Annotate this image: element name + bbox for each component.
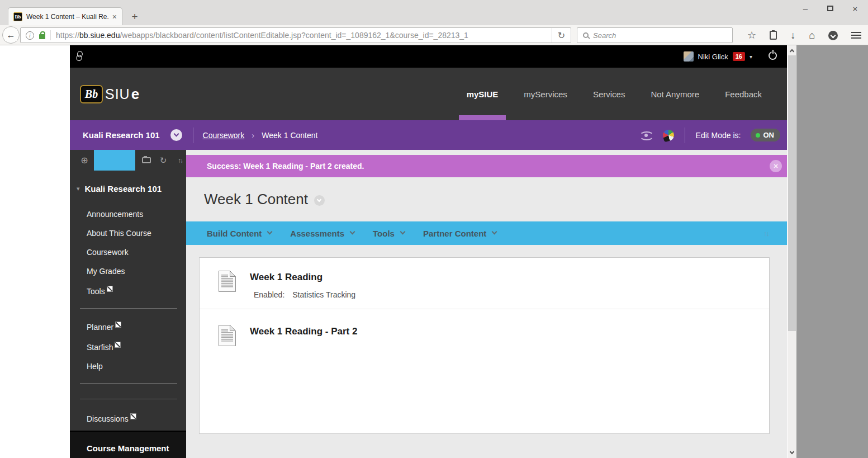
url-text[interactable]: https://bb.siue.edu/webapps/blackboard/c… <box>56 31 552 40</box>
nav-tab-not-anymore[interactable]: Not Anymore <box>638 68 712 120</box>
new-tab-button[interactable]: + <box>126 10 143 24</box>
content-item: Week 1 Reading Enabled: Statistics Track… <box>200 258 769 309</box>
success-alert-text: Success: Week 1 Reading - Part 2 created… <box>207 162 364 171</box>
course-name: Kuali Research 101 <box>83 130 160 140</box>
theme-palette-icon[interactable] <box>661 128 675 141</box>
page-title-chevron-icon[interactable] <box>314 195 325 206</box>
search-placeholder: Search <box>593 31 616 40</box>
window-close-icon[interactable]: × <box>850 4 860 13</box>
reorder-content-icon[interactable]: ↑↓ <box>763 229 769 238</box>
edit-mode-state: ON <box>763 131 775 139</box>
refresh-icon[interactable]: ↻ <box>158 150 169 171</box>
course-management-title: Course Management <box>87 443 169 453</box>
reload-icon[interactable]: ↻ <box>552 28 571 43</box>
course-management-panel[interactable]: Course Management <box>70 431 186 458</box>
sidebar-divider <box>80 383 177 384</box>
sidebar-item-planner[interactable]: Planner <box>70 317 186 337</box>
utility-bar: Niki Glick 16 ▾ <box>70 45 787 68</box>
sidebar-item-about-this-course[interactable]: About This Course <box>70 224 186 243</box>
window-maximize-icon[interactable] <box>827 6 833 11</box>
sidebar-course-header[interactable]: ▾ Kuali Research 101 <box>70 171 186 197</box>
screen: Bb Week 1 Content – Kuali Re... × + – × … <box>0 0 868 458</box>
course-bar: Kuali Research 101 Coursework › Week 1 C… <box>70 120 787 150</box>
sidebar-course-title: Kuali Research 101 <box>85 184 162 193</box>
url-divider <box>50 30 51 40</box>
content-list: Week 1 Reading Enabled: Statistics Track… <box>199 257 770 434</box>
chevron-down-icon <box>400 229 406 235</box>
content-item: Week 1 Reading - Part 2 <box>200 309 769 346</box>
build-content-button[interactable]: Build Content <box>207 229 272 238</box>
brand-bar: Bb SIU e mySIUE myServices Services Not … <box>70 68 787 120</box>
sidebar-item-announcements[interactable]: Announcements <box>70 205 186 224</box>
partner-content-button[interactable]: Partner Content <box>423 229 496 238</box>
user-caret-down-icon: ▾ <box>750 54 752 60</box>
nav-tab-myservices[interactable]: myServices <box>511 68 580 120</box>
tab-close-icon[interactable]: × <box>112 13 117 21</box>
page-scrollbar[interactable] <box>788 45 796 458</box>
logo-siu-text: SIU <box>105 86 130 102</box>
sidebar-item-coursework[interactable]: Coursework <box>70 243 186 262</box>
sidebar-item-help[interactable]: Help <box>70 357 186 376</box>
home-icon[interactable]: ⌂ <box>809 30 815 40</box>
nav-tab-services[interactable]: Services <box>580 68 638 120</box>
student-preview-icon[interactable] <box>639 130 653 141</box>
https-lock-icon[interactable] <box>39 34 45 39</box>
document-icon <box>219 271 236 292</box>
reading-list-icon[interactable] <box>770 31 777 40</box>
browser-tab[interactable]: Bb Week 1 Content – Kuali Re... × <box>8 7 122 25</box>
nav-tab-mysiue[interactable]: mySIUE <box>454 68 511 120</box>
notification-badge: 16 <box>733 52 745 61</box>
assessments-button[interactable]: Assessments <box>290 229 354 238</box>
hidden-from-students-icon <box>115 322 121 328</box>
coursebar-divider <box>193 128 193 143</box>
alert-close-icon[interactable]: × <box>770 160 782 172</box>
add-menu-item-icon[interactable]: ⊕ <box>79 150 90 171</box>
sidebar-item-my-grades[interactable]: My Grades <box>70 262 186 281</box>
sidebar-item-tools[interactable]: Tools <box>70 281 186 301</box>
tab-favicon-bb: Bb <box>13 12 22 21</box>
scrollbar-up-icon[interactable] <box>788 46 796 55</box>
breadcrumb-coursework-link[interactable]: Coursework <box>203 131 245 140</box>
main-content: Success: Week 1 Reading - Part 2 created… <box>186 150 787 458</box>
page-info-icon[interactable]: i <box>26 31 34 40</box>
meta-label: Enabled: <box>254 290 284 299</box>
content-item-title[interactable]: Week 1 Reading <box>250 272 355 283</box>
scrollbar-down-icon[interactable] <box>788 448 796 457</box>
logout-power-icon[interactable] <box>769 51 777 60</box>
course-menu-chevron-icon[interactable] <box>170 129 182 141</box>
page-viewport: Niki Glick 16 ▾ Bb SIU e mySIUE myServic… <box>0 45 868 458</box>
sidebar-item-discussions[interactable]: Discussions <box>70 399 186 428</box>
view-toggle-highlight[interactable] <box>94 150 135 171</box>
document-icon <box>219 325 236 346</box>
user-avatar <box>684 51 694 62</box>
sidebar-toolbar: ⊕ ↻ ↑↓ <box>70 150 186 171</box>
edit-mode-label: Edit Mode is: <box>696 131 741 140</box>
reorder-menu-icon[interactable]: ↑↓ <box>174 150 186 171</box>
sidebar-item-starfish[interactable]: Starfish <box>70 337 186 357</box>
course-sidebar: ⊕ ↻ ↑↓ ▾ Kuali Research 101 Announcement… <box>70 150 186 458</box>
quick-links-icon[interactable] <box>74 50 83 63</box>
page-title-row: Week 1 Content <box>186 177 787 221</box>
scrollbar-thumb[interactable] <box>788 55 796 331</box>
content-item-title[interactable]: Week 1 Reading - Part 2 <box>250 326 357 337</box>
downloads-icon[interactable]: ↓ <box>790 30 795 40</box>
back-button[interactable]: ← <box>2 26 20 44</box>
blackboard-page: Niki Glick 16 ▾ Bb SIU e mySIUE myServic… <box>70 45 787 458</box>
coursebar-divider <box>685 128 685 143</box>
menu-hamburger-icon[interactable] <box>851 32 861 39</box>
coursebar-right: Edit Mode is: ON <box>639 120 780 150</box>
bookmark-star-icon[interactable]: ☆ <box>747 30 756 40</box>
edit-mode-toggle[interactable]: ON <box>751 129 781 141</box>
hidden-from-students-icon <box>115 342 121 348</box>
url-bar[interactable]: i https://bb.siue.edu/webapps/blackboard… <box>20 27 571 43</box>
pocket-icon[interactable] <box>828 31 838 40</box>
window-minimize-icon[interactable]: – <box>800 4 810 13</box>
user-menu[interactable]: Niki Glick 16 ▾ <box>684 45 752 68</box>
tools-button[interactable]: Tools <box>373 229 405 238</box>
folder-view-icon[interactable] <box>141 150 152 171</box>
nav-tab-feedback[interactable]: Feedback <box>712 68 775 120</box>
chevron-down-icon <box>267 229 273 235</box>
browser-titlebar: Bb Week 1 Content – Kuali Re... × + – × <box>0 0 868 25</box>
page-title: Week 1 Content <box>204 191 308 208</box>
browser-search-box[interactable]: Search <box>577 27 733 43</box>
